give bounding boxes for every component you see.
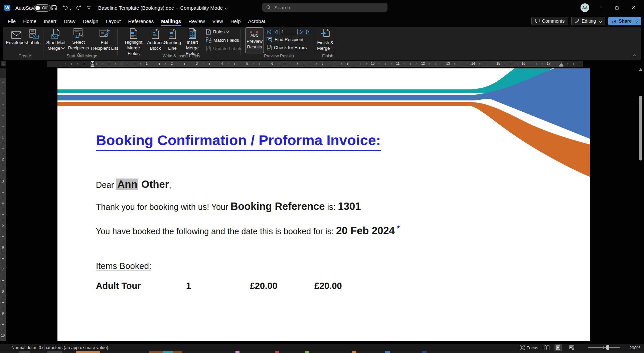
taskbar-icon-sliver[interactable]	[422, 351, 427, 353]
horizontal-ruler[interactable]: 1234567891011121314151617	[47, 61, 583, 67]
preview-results-toggle[interactable]: « » ABC Preview Results	[245, 27, 264, 53]
tab-acrobat[interactable]: Acrobat	[245, 15, 269, 27]
first-record-button[interactable]	[267, 29, 272, 34]
insert-merge-field-icon	[188, 28, 197, 39]
taskbar-icon-sliver[interactable]	[385, 351, 390, 353]
envelopes-button[interactable]: Envelopes	[6, 28, 27, 52]
tab-mailings[interactable]: Mailings	[157, 15, 185, 27]
tab-home[interactable]: Home	[19, 15, 40, 27]
highlight-merge-fields-button[interactable]: Highlight Merge Fields	[122, 28, 146, 52]
booking-reference-line[interactable]: Thank you for booking with us! Your Book…	[96, 201, 361, 213]
focus-icon	[520, 345, 525, 350]
taskbar-icon-sliver[interactable]	[163, 351, 173, 353]
ruler-number: 13	[446, 62, 450, 65]
tab-view[interactable]: View	[208, 15, 226, 27]
find-recipient-icon	[267, 37, 273, 42]
vertical-ruler[interactable]: 12345678910	[0, 68, 6, 341]
check-for-errors-icon	[267, 45, 272, 50]
save-button[interactable]	[49, 0, 59, 15]
tab-help[interactable]: Help	[227, 15, 245, 27]
taskbar-icon-sliver[interactable]	[352, 351, 356, 353]
address-block-label-2: Block	[150, 45, 161, 51]
zoom-slider-thumb[interactable]	[606, 345, 609, 350]
tab-file[interactable]: File	[4, 15, 19, 27]
restore-icon	[615, 6, 619, 10]
share-icon	[612, 19, 617, 23]
editing-button[interactable]: Editing	[571, 17, 605, 25]
tab-design[interactable]: Design	[79, 15, 102, 27]
search-box[interactable]	[262, 3, 387, 12]
zoom-slider-track[interactable]	[588, 347, 620, 348]
ruler-number: 4	[0, 202, 6, 205]
envelope-icon	[11, 28, 22, 39]
next-record-button[interactable]	[299, 29, 304, 34]
record-number-input[interactable]	[280, 29, 298, 35]
booking-date: 20 Feb 2024	[336, 225, 395, 237]
redo-button[interactable]	[74, 0, 84, 15]
document-page[interactable]: Booking Confirmation / Proforma Invoice:…	[57, 68, 590, 341]
match-fields-button[interactable]: Match Fields	[206, 37, 239, 43]
tab-draw[interactable]: Draw	[60, 15, 79, 27]
taskbar-icon-sliver[interactable]	[47, 351, 62, 353]
print-layout-button[interactable]	[554, 344, 562, 351]
comments-button[interactable]: Comments	[531, 17, 569, 25]
collapse-ribbon-button[interactable]	[631, 54, 637, 58]
edit-recipient-list-button[interactable]: Edit Recipient List	[90, 28, 119, 52]
greeting-line[interactable]: Dear Ann Other,	[96, 179, 171, 191]
greeting-suffix: ,	[169, 180, 171, 190]
edit-recipient-list-icon	[99, 28, 110, 39]
zoom-level[interactable]: 200%	[629, 344, 640, 351]
address-block-button[interactable]: Address Block	[146, 28, 164, 52]
chevron-down-icon	[225, 29, 229, 33]
status-bar: Normal.dotm: 0 characters (an approximat…	[0, 344, 644, 351]
web-layout-button[interactable]	[569, 344, 574, 351]
rules-button[interactable]: ? Rules	[206, 28, 228, 35]
last-record-button[interactable]	[305, 29, 311, 34]
tab-layout[interactable]: Layout	[102, 15, 124, 27]
read-mode-button[interactable]	[544, 344, 549, 351]
items-booked-heading[interactable]: Items Booked:	[96, 261, 151, 271]
taskbar-icon-sliver[interactable]	[275, 351, 279, 353]
booking-date-line[interactable]: You have booked the following and the da…	[96, 224, 400, 237]
tab-review[interactable]: Review	[185, 15, 208, 27]
taskbar-icon-sliver[interactable]	[305, 351, 309, 353]
customize-toolbar-button[interactable]	[84, 0, 94, 15]
insert-merge-field-button[interactable]: Insert Merge Field	[180, 28, 204, 52]
ruler-number: 17	[547, 62, 550, 65]
vertical-scrollbar-thumb[interactable]	[639, 96, 642, 160]
tab-insert[interactable]: Insert	[40, 15, 60, 27]
autosave-toggle[interactable]: Off	[34, 4, 51, 12]
avatar[interactable]: AA	[581, 3, 589, 12]
greeting-line-button[interactable]: Greeting Line	[164, 28, 180, 52]
taskbar-icon-sliver[interactable]	[19, 351, 30, 353]
labels-button[interactable]: Labels	[24, 28, 43, 52]
close-button[interactable]	[626, 0, 641, 15]
ruler-number: 2	[0, 157, 6, 161]
status-text[interactable]: Normal.dotm: 0 characters (an approximat…	[11, 345, 109, 350]
taskbar-icon-sliver[interactable]	[235, 351, 239, 353]
undo-button[interactable]	[61, 0, 73, 15]
compatibility-mode-label[interactable]: Compatibility Mode	[180, 5, 223, 11]
taskbar-icon-sliver[interactable]	[76, 351, 100, 353]
start-mail-merge-icon	[51, 28, 61, 39]
first-line-indent-marker[interactable]	[90, 61, 95, 67]
search-input[interactable]	[274, 4, 375, 11]
focus-button[interactable]: Focus	[520, 344, 538, 351]
tab-references[interactable]: References	[124, 15, 157, 27]
share-button[interactable]: Share	[608, 17, 641, 25]
finish-and-merge-button[interactable]: Finish & Merge	[317, 28, 334, 52]
merge-field-first-name[interactable]: Ann	[116, 179, 138, 190]
tab-stop-selector[interactable]: L	[1, 61, 6, 66]
previous-record-button[interactable]	[274, 29, 278, 34]
scroll-up-button[interactable]	[639, 68, 643, 71]
title-separator: -	[176, 5, 178, 11]
document-heading[interactable]: Booking Confirmation / Proforma Invoice:	[96, 132, 381, 151]
check-for-errors-button[interactable]: Check for Errors	[267, 44, 307, 51]
start-mail-merge-button[interactable]: Start Mail Merge	[45, 28, 66, 52]
word-app-icon[interactable]: W	[4, 0, 11, 15]
restore-button[interactable]	[610, 0, 625, 15]
check-for-errors-label: Check for Errors	[274, 45, 307, 50]
find-recipient-button[interactable]: Find Recipient	[267, 36, 303, 43]
minimize-button[interactable]	[594, 0, 609, 15]
select-recipients-button[interactable]: Select Recipients	[67, 28, 90, 52]
